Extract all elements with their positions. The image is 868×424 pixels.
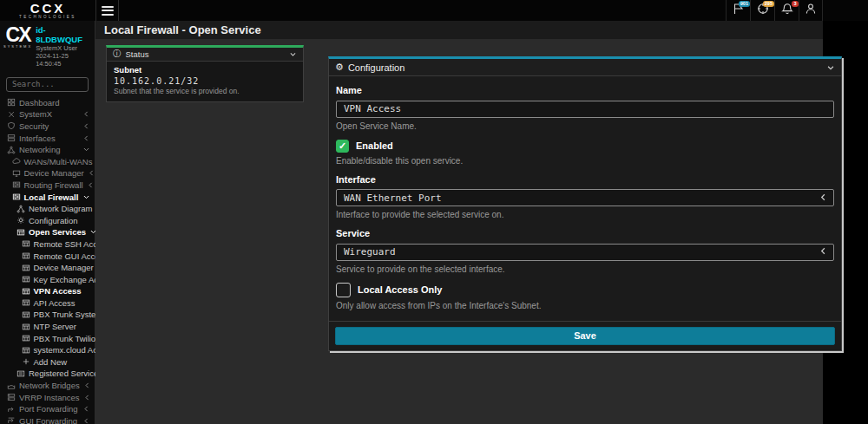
sidebar-item-label: GUI Forwarding	[19, 416, 77, 424]
status-panel-title: Status	[126, 49, 149, 59]
config-panel-header[interactable]: ⚙ Configuration	[329, 59, 841, 76]
sidebar-item-interfaces[interactable]: Interfaces	[0, 132, 95, 144]
sidebar-item-systemx-cloud-acc[interactable]: systemx.cloud Acc...	[0, 344, 95, 356]
chevron-down-icon	[82, 193, 90, 201]
sidebar-item-device-manager[interactable]: Device Manager	[0, 262, 95, 274]
sidebar-item-ntp-server[interactable]: NTP Server	[0, 321, 95, 333]
sidebar-item-api-access[interactable]: API Access	[0, 297, 95, 310]
sidebar-item-wans-multi-wans[interactable]: WANs/Multi-WANs	[0, 155, 95, 167]
chevron-left-icon	[83, 382, 91, 389]
user-icon-button[interactable]	[799, 0, 823, 21]
local-access-label: Local Access Only	[358, 284, 442, 295]
content-area: ⓘ Status Subnet10.162.0.21/32Subnet that…	[95, 39, 823, 424]
sidebar-item-systemx[interactable]: SystemX	[0, 108, 95, 121]
sidebar-item-security[interactable]: Security	[0, 121, 95, 133]
interface-select[interactable]	[336, 189, 834, 206]
sidebar-header: CX SYSTEMX id-8LDBWQUF SystemX User 2024…	[0, 21, 95, 68]
sidebar-item-port-forwarding[interactable]: Port Forwarding	[0, 403, 95, 415]
flag-icon-button[interactable]: 901	[726, 0, 750, 21]
sidebar-item-local-firewall[interactable]: Local Firewall	[0, 191, 95, 203]
sidebar-item-label: Open Services	[29, 227, 86, 237]
sidebar-item-label: Local Firewall	[24, 192, 79, 202]
bell-icon-button[interactable]: 3	[774, 0, 799, 21]
sidebar-item-add-new[interactable]: Add New	[0, 356, 95, 369]
local-access-help: Only allow access from IPs on the Interf…	[336, 300, 834, 311]
sidebar-item-remote-gui-access[interactable]: Remote GUI Access	[0, 250, 95, 262]
sidebar-item-network-diagram[interactable]: Network Diagram	[0, 203, 95, 215]
service-select[interactable]	[336, 244, 834, 261]
sidebar-item-label: SystemX	[19, 109, 52, 119]
sidebar-item-registered-services[interactable]: Registered Services	[0, 368, 95, 380]
user-icon	[804, 2, 818, 19]
sidebar-item-networking[interactable]: Networking	[0, 144, 95, 156]
cx-systems-logo: CX SYSTEMX	[3, 25, 32, 68]
sidebar-item-key-exchange-acce[interactable]: Key Exchange Acce...	[0, 273, 95, 285]
sidebar-item-network-bridges[interactable]: Network Bridges	[0, 380, 95, 392]
sidebar-item-pbx-trunk-twilio[interactable]: PBX Trunk Twilio	[0, 332, 95, 344]
service-icon	[22, 239, 30, 248]
service-icon	[22, 287, 30, 296]
sidebar-item-label: Device Manager	[24, 168, 84, 178]
sidebar-item-label: Dashboard	[19, 98, 59, 108]
name-input[interactable]	[336, 101, 834, 118]
gear-icon: ⚙	[335, 62, 344, 73]
sidebar-item-gui-forwarding[interactable]: GUI Forwarding	[0, 415, 95, 424]
chevron-left-icon	[87, 181, 95, 189]
sidebar-item-device-manager[interactable]: Device Manager	[0, 167, 95, 179]
sidebar-item-routing-firewall[interactable]: Routing Firewall	[0, 179, 95, 192]
notification-badge: 295	[763, 1, 774, 7]
sidebar-item-label: Network Bridges	[19, 381, 80, 390]
chevron-left-icon	[83, 394, 91, 401]
title-bar: Local Firewall - Open Service	[95, 21, 823, 39]
service-icon	[22, 310, 30, 319]
sidebar-item-vrrp-instances[interactable]: VRRP Instances	[0, 391, 95, 403]
sidebar-item-configuration[interactable]: Configuration	[0, 214, 95, 226]
gear-icon	[16, 216, 25, 225]
interface-field-label: Interface	[336, 174, 834, 186]
status-field: Subnet10.162.0.21/32Subnet that the serv…	[114, 65, 296, 96]
firewall-icon	[12, 192, 21, 201]
sidebar-item-label: NTP Server	[34, 322, 76, 331]
sidebar-item-label: Interfaces	[19, 134, 56, 143]
enabled-checkbox-row[interactable]: ✓ Enabled	[336, 140, 834, 153]
config-panel-title: Configuration	[348, 62, 404, 73]
sidebar-item-label: Configuration	[29, 216, 78, 225]
chevron-left-icon	[82, 122, 90, 130]
service-field-label: Service	[336, 228, 834, 239]
service-icon	[22, 251, 30, 260]
enabled-checkbox[interactable]: ✓	[336, 140, 349, 153]
hamburger-menu-icon[interactable]	[95, 0, 119, 21]
sidebar-item-remote-ssh-access[interactable]: Remote SSH Access	[0, 238, 95, 251]
chevron-left-icon	[82, 405, 90, 413]
sidebar-search	[6, 75, 89, 92]
top-bar: CCX TECHNOLOGIES 9012953	[0, 0, 868, 21]
brand-subtext: TECHNOLOGIES	[19, 15, 76, 19]
target-icon-button[interactable]: 295	[750, 0, 774, 21]
chevron-left-icon[interactable]	[819, 192, 828, 202]
local-access-checkbox[interactable]	[336, 283, 351, 297]
sidebar-item-pbx-trunk-systemx[interactable]: PBX Trunk SystemX	[0, 309, 95, 321]
service-icon	[22, 334, 30, 342]
local-access-checkbox-row[interactable]: Local Access Only	[336, 283, 834, 297]
chevron-left-icon[interactable]	[819, 246, 828, 256]
user-label: SystemX User	[36, 44, 91, 52]
sidebar-item-label: Device Manager	[34, 263, 94, 272]
enabled-help: Enable/disable this open service.	[336, 155, 834, 166]
sidebar-item-dashboard[interactable]: Dashboard	[0, 97, 95, 109]
search-input[interactable]	[6, 77, 89, 92]
firewall-icon	[12, 180, 21, 189]
enabled-label: Enabled	[356, 140, 393, 151]
service-icon	[22, 346, 30, 355]
name-field-label: Name	[336, 85, 834, 96]
page-title: Local Firewall - Open Service	[104, 21, 823, 39]
sidebar: CX SYSTEMX id-8LDBWQUF SystemX User 2024…	[0, 21, 95, 424]
sidebar-item-vpn-access[interactable]: VPN Access	[0, 285, 95, 297]
name-field-help: Open Service Name.	[336, 121, 834, 132]
dashboard-icon	[7, 98, 16, 107]
sidebar-item-open-services[interactable]: Open Services	[0, 226, 95, 238]
sidebar-item-label: Port Forwarding	[19, 404, 78, 414]
sidebar-item-label: Security	[19, 121, 49, 131]
status-panel: ⓘ Status Subnet10.162.0.21/32Subnet that…	[106, 45, 304, 102]
status-panel-header[interactable]: ⓘ Status	[107, 48, 303, 62]
save-button[interactable]: Save	[335, 327, 835, 345]
